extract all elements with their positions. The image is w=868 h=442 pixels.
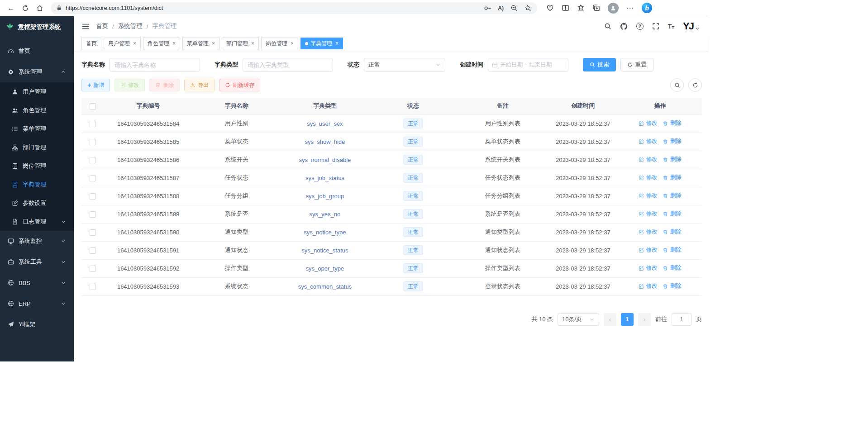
tab-dept-management[interactable]: 部门管理× [222,38,259,49]
favorites-icon[interactable] [577,4,585,12]
delete-button[interactable]: 删除 [149,79,180,91]
refresh-table-button[interactable] [688,78,702,92]
sidebar-item-home[interactable]: 首页 [0,41,74,62]
dict-type-link[interactable]: sys_show_hide [305,138,345,145]
browser-menu-icon[interactable]: ⋯ [626,4,634,12]
page-jump-input[interactable] [672,313,692,326]
prev-page-button[interactable]: ‹ [604,313,616,326]
breadcrumb-system[interactable]: 系统管理 [118,22,143,30]
select-all-checkbox[interactable] [90,103,96,109]
split-screen-icon[interactable] [562,4,569,12]
dict-type-link[interactable]: sys_yes_no [310,211,341,218]
row-checkbox[interactable] [90,121,96,127]
tab-role-management[interactable]: 角色管理× [143,38,180,49]
sidebar-item-param-settings[interactable]: 参数设置 [0,194,74,212]
row-checkbox[interactable] [90,284,96,290]
row-edit-button[interactable]: 修改 [639,228,657,236]
dict-type-link[interactable]: sys_normal_disable [299,157,351,163]
read-aloud-icon[interactable]: A) [498,5,504,11]
sidebar-item-system-tools[interactable]: 系统工具 [0,252,74,272]
page-size-select[interactable]: 10条/页 [558,313,599,326]
row-delete-button[interactable]: 删除 [663,138,681,145]
sidebar-item-system-management[interactable]: 系统管理 [0,62,74,82]
tab-close-icon[interactable]: × [251,40,254,47]
tab-close-icon[interactable]: × [133,40,136,47]
sidebar-item-erp[interactable]: ERP [0,293,74,314]
row-checkbox[interactable] [90,229,96,236]
refresh-cache-button[interactable]: 刷新缓存 [219,79,260,91]
tab-close-icon[interactable]: × [212,40,215,47]
tab-close-icon[interactable]: × [172,40,176,47]
row-delete-button[interactable]: 删除 [663,264,681,272]
help-icon[interactable]: ? [636,23,644,30]
sidebar-item-role-management[interactable]: 角色管理 [0,101,74,119]
header-search-icon[interactable] [604,23,611,30]
row-delete-button[interactable]: 删除 [663,246,681,254]
row-edit-button[interactable]: 修改 [639,156,657,163]
row-edit-button[interactable]: 修改 [639,138,657,145]
status-select[interactable]: 正常 [364,58,445,71]
row-checkbox[interactable] [90,157,96,163]
current-page-button[interactable]: 1 [621,313,634,326]
bing-copilot-icon[interactable]: b [642,3,652,13]
row-edit-button[interactable]: 修改 [639,246,657,254]
toggle-search-button[interactable] [670,78,684,92]
dict-type-link[interactable]: sys_oper_type [306,265,344,272]
sidebar-item-post-management[interactable]: 岗位管理 [0,157,74,175]
row-checkbox[interactable] [90,139,96,145]
browser-home-button[interactable] [33,2,46,14]
url-text[interactable]: https://ccnetcore.com:1101/system/dict [66,5,480,11]
github-icon[interactable] [620,23,628,30]
dict-name-input[interactable] [110,58,200,71]
browser-back-button[interactable]: ← [5,2,17,14]
dict-type-link[interactable]: sys_job_group [306,193,344,200]
sidebar-item-dict-management[interactable]: 字典管理 [0,175,74,194]
next-page-button[interactable]: › [638,313,651,326]
browser-reload-button[interactable] [19,2,32,14]
tab-close-icon[interactable]: × [335,40,339,47]
search-button[interactable]: 搜索 [583,58,616,71]
sidebar-item-yi-framework[interactable]: Yi框架 [0,314,74,335]
zoom-out-icon[interactable] [510,5,518,12]
tab-user-management[interactable]: 用户管理× [104,38,141,49]
row-delete-button[interactable]: 删除 [663,228,681,236]
tab-close-icon[interactable]: × [291,40,294,47]
fullscreen-icon[interactable] [652,23,659,30]
dict-type-link[interactable]: sys_common_status [298,283,352,290]
row-edit-button[interactable]: 修改 [639,119,657,127]
sidebar-item-log-management[interactable]: 日志管理 [0,212,74,231]
sidebar-item-user-management[interactable]: 用户管理 [0,82,74,101]
row-edit-button[interactable]: 修改 [639,192,657,200]
add-button[interactable]: + 新增 [81,79,110,91]
user-logo[interactable]: YJ [683,21,700,31]
reset-button[interactable]: 重置 [620,58,653,71]
tab-dict-management[interactable]: 字典管理× [300,38,343,49]
row-edit-button[interactable]: 修改 [639,282,657,290]
password-key-icon[interactable] [484,5,491,12]
dict-type-link[interactable]: sys_user_sex [307,120,343,127]
sidebar-item-bbs[interactable]: BBS [0,272,74,293]
row-delete-button[interactable]: 删除 [663,282,681,290]
export-button[interactable]: 导出 [184,79,215,91]
sidebar-item-menu-management[interactable]: 菜单管理 [0,119,74,138]
profile-avatar[interactable] [608,3,619,14]
dict-type-link[interactable]: sys_job_status [305,175,344,181]
sidebar-item-dept-management[interactable]: 部门管理 [0,138,74,157]
sidebar-item-system-monitor[interactable]: 系统监控 [0,231,74,252]
row-checkbox[interactable] [90,193,96,200]
tab-home[interactable]: 首页 [81,38,101,49]
tab-post-management[interactable]: 岗位管理× [261,38,298,49]
edit-button[interactable]: 修改 [114,79,145,91]
row-delete-button[interactable]: 删除 [663,192,681,200]
row-delete-button[interactable]: 删除 [663,174,681,181]
row-checkbox[interactable] [90,266,96,272]
breadcrumb-home[interactable]: 首页 [96,22,108,30]
sidebar-toggle-icon[interactable] [82,23,90,30]
row-checkbox[interactable] [90,175,96,181]
dict-type-link[interactable]: sys_notice_type [304,229,346,236]
dict-type-link[interactable]: sys_notice_status [301,247,348,254]
date-range-picker[interactable]: 开始日期 - 结束日期 [488,58,568,71]
tab-menu-management[interactable]: 菜单管理× [182,38,219,49]
row-edit-button[interactable]: 修改 [639,264,657,272]
row-checkbox[interactable] [90,211,96,218]
